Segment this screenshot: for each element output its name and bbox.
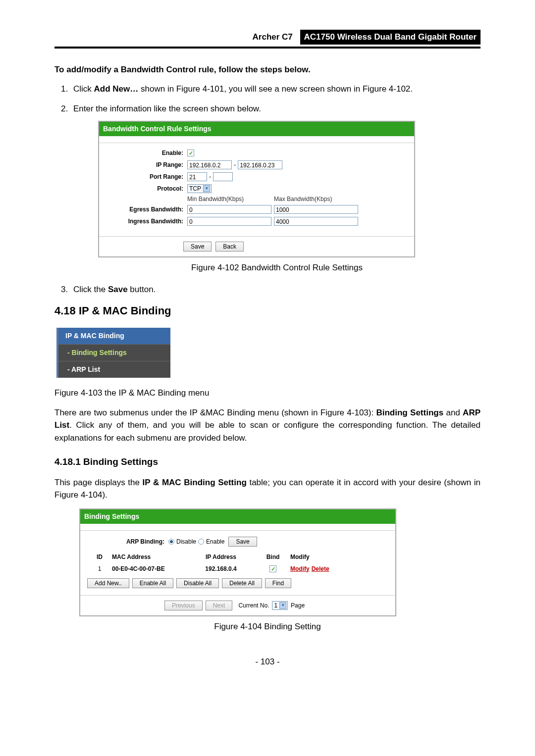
col-bind: Bind xyxy=(256,553,290,561)
step-2: Enter the information like the screen sh… xyxy=(70,102,481,274)
para1-c: . Click any of them, and you will be abl… xyxy=(54,420,481,443)
disable-label: Disable xyxy=(176,537,196,546)
dash-sep: - xyxy=(234,160,236,170)
section-4-18-heading: 4.18 IP & MAC Binding xyxy=(54,302,481,319)
panel2-gap xyxy=(80,524,395,531)
protocol-value: TCP xyxy=(189,184,201,193)
port-from-input[interactable]: 21 xyxy=(187,172,207,181)
modify-link[interactable]: Modify xyxy=(290,565,310,572)
row-id: 1 xyxy=(87,564,112,573)
dash-sep: - xyxy=(209,172,211,182)
section-4-18-1-heading: 4.18.1 Binding Settings xyxy=(54,455,481,469)
step-1: Click Add New… shown in Figure 4-101, yo… xyxy=(70,83,481,96)
current-no-label: Current No. xyxy=(238,601,269,610)
page-header: Archer C7 AC1750 Wireless Dual Band Giga… xyxy=(54,30,481,45)
arp-save-button[interactable]: Save xyxy=(228,537,257,547)
back-button[interactable]: Back xyxy=(215,242,244,252)
step-1-post: shown in Figure 4-101, you will see a ne… xyxy=(138,84,413,94)
panel-gap xyxy=(99,136,414,143)
iprange-label: IP Range: xyxy=(103,160,187,169)
max-col-label: Max Bandwidth(Kbps) xyxy=(274,195,361,203)
col-ip: IP Address xyxy=(186,553,256,561)
delete-link[interactable]: Delete xyxy=(312,565,329,572)
protocol-label: Protocol: xyxy=(103,184,187,193)
figure-103-caption: Figure 4-103 the IP & MAC Binding menu xyxy=(54,387,481,400)
row-mac: 00-E0-4C-00-07-BE xyxy=(112,564,186,573)
enable-label: Enable: xyxy=(103,149,187,157)
step-3-pre: Click the xyxy=(73,285,108,294)
port-to-input[interactable] xyxy=(213,172,233,181)
chevron-down-icon: ▾ xyxy=(203,185,210,192)
page-select[interactable]: 1 ▾ xyxy=(272,601,288,610)
step-3-post: button. xyxy=(128,285,156,294)
header-divider xyxy=(54,47,481,49)
sidemenu-title[interactable]: IP & MAC Binding xyxy=(58,328,170,344)
intro-heading: To add/modify a Bandwidth Control rule, … xyxy=(54,63,481,76)
ip-mac-sidemenu: IP & MAC Binding - Binding Settings - AR… xyxy=(56,328,170,378)
next-button[interactable]: Next xyxy=(206,601,233,610)
save-button[interactable]: Save xyxy=(183,242,212,252)
pager: Previous Next Current No. 1 ▾ Page xyxy=(80,595,395,615)
para1-mid: and xyxy=(443,408,463,417)
panel-buttons: Save Back xyxy=(99,236,414,256)
table-row: 1 00-E0-4C-00-07-BE 192.168.0.4 ✓ Modify… xyxy=(84,563,391,574)
sidemenu-arp-list[interactable]: - ARP List xyxy=(58,361,170,378)
previous-button[interactable]: Previous xyxy=(164,601,203,610)
panel2-body: ARP Binding: Disable Enable Save ID MAC … xyxy=(80,531,395,595)
panel-title: Bandwidth Control Rule Settings xyxy=(99,122,414,136)
disable-all-button[interactable]: Disable All xyxy=(176,578,219,588)
enable-all-button[interactable]: Enable All xyxy=(132,578,173,588)
egress-max-input[interactable]: 1000 xyxy=(274,205,358,214)
protocol-select[interactable]: TCP ▾ xyxy=(187,184,212,193)
arp-disable-radio[interactable] xyxy=(168,539,174,545)
steps-list: Click Add New… shown in Figure 4-101, yo… xyxy=(54,83,481,296)
bandwidth-col-headers: Min Bandwidth(Kbps) Max Bandwidth(Kbps) xyxy=(187,195,410,203)
col-mac: MAC Address xyxy=(112,553,186,561)
model-desc: AC1750 Wireless Dual Band Gigabit Router xyxy=(300,30,481,45)
bandwidth-rule-panel: Bandwidth Control Rule Settings Enable: … xyxy=(98,121,415,257)
enable-label: Enable xyxy=(206,537,224,546)
ingress-label: Ingress Bandwidth: xyxy=(103,217,187,226)
row-ip: 192.168.0.4 xyxy=(186,564,256,573)
min-col-label: Min Bandwidth(Kbps) xyxy=(187,195,274,203)
step-3-bold: Save xyxy=(108,285,128,294)
ip-to-input[interactable]: 192.168.0.23 xyxy=(238,160,282,169)
binding-settings-panel: Binding Settings ARP Binding: Disable En… xyxy=(79,508,396,616)
paragraph-2: This page displays the IP & MAC Binding … xyxy=(54,476,481,502)
step-1-bold: Add New… xyxy=(94,84,139,94)
portrange-label: Port Range: xyxy=(103,172,187,181)
para1-b1: Binding Settings xyxy=(376,408,443,417)
delete-all-button[interactable]: Delete All xyxy=(222,578,262,588)
egress-label: Egress Bandwidth: xyxy=(103,205,187,214)
add-new-button[interactable]: Add New.. xyxy=(87,578,129,588)
paragraph-1: There are two submenus under the IP &MAC… xyxy=(54,406,481,445)
egress-min-input[interactable]: 0 xyxy=(187,205,271,214)
figure-102-caption: Figure 4-102 Bandwidth Control Rule Sett… xyxy=(73,261,481,274)
binding-table-head: ID MAC Address IP Address Bind Modify xyxy=(84,549,391,563)
step-2-text: Enter the information like the screen sh… xyxy=(73,104,261,113)
col-id: ID xyxy=(87,553,112,561)
ingress-min-input[interactable]: 0 xyxy=(187,217,271,226)
page-value: 1 xyxy=(274,601,277,610)
page-suffix-label: Page xyxy=(291,601,305,610)
sidemenu-binding-settings[interactable]: - Binding Settings xyxy=(58,344,170,361)
panel-body: Enable: ✓ IP Range: 192.168.0.2 - 192.16… xyxy=(99,143,414,236)
binding-action-buttons: Add New.. Enable All Disable All Delete … xyxy=(84,574,391,591)
figure-104-caption: Figure 4-104 Binding Setting xyxy=(54,620,481,633)
col-modify: Modify xyxy=(290,553,350,561)
para1-a: There are two submenus under the IP &MAC… xyxy=(54,408,376,417)
step-1-pre: Click xyxy=(73,84,94,94)
arp-enable-radio[interactable] xyxy=(198,539,204,545)
chevron-down-icon: ▾ xyxy=(279,602,286,609)
enable-checkbox[interactable]: ✓ xyxy=(187,150,194,156)
ip-from-input[interactable]: 192.168.0.2 xyxy=(187,160,232,169)
page-number: - 103 - xyxy=(54,655,481,668)
ingress-max-input[interactable]: 4000 xyxy=(274,217,358,226)
para2-b: IP & MAC Binding Setting xyxy=(143,478,247,487)
model-name: Archer C7 xyxy=(253,31,293,44)
step-3: Click the Save button. xyxy=(70,283,481,296)
row-bind-checkbox[interactable]: ✓ xyxy=(269,565,276,572)
arp-binding-label: ARP Binding: xyxy=(84,537,168,546)
panel2-title: Binding Settings xyxy=(80,509,395,524)
find-button[interactable]: Find xyxy=(265,578,291,588)
